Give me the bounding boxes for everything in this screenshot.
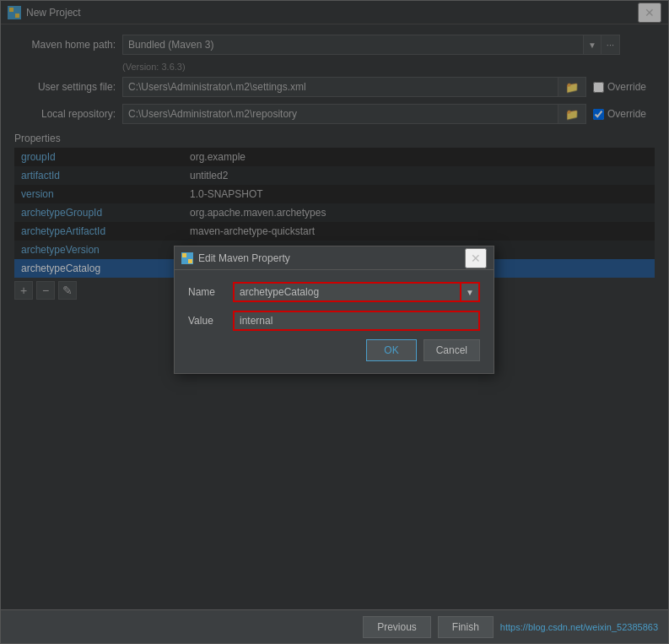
modal-icon bbox=[181, 252, 193, 264]
svg-rect-5 bbox=[188, 253, 192, 257]
svg-rect-6 bbox=[182, 259, 186, 263]
modal-overlay: Edit Maven Property ✕ Name ▼ Value bbox=[1, 1, 668, 643]
previous-button[interactable]: Previous bbox=[363, 616, 431, 638]
main-window: New Project ✕ Maven home path: ▼ ··· (Ve… bbox=[0, 0, 669, 644]
modal-name-input[interactable] bbox=[233, 282, 461, 302]
modal-name-label: Name bbox=[188, 286, 226, 298]
modal-name-row: Name ▼ bbox=[188, 282, 480, 302]
modal-ok-button[interactable]: OK bbox=[366, 339, 416, 361]
url-text: https://blog.csdn.net/weixin_52385863 bbox=[500, 622, 658, 632]
modal-title-left: Edit Maven Property bbox=[181, 252, 290, 264]
modal-value-input[interactable] bbox=[233, 311, 480, 331]
svg-rect-7 bbox=[188, 259, 192, 263]
modal-content: Name ▼ Value OK Cancel bbox=[175, 270, 494, 373]
bottom-nav: Previous Finish https://blog.csdn.net/we… bbox=[1, 609, 668, 643]
modal-close-button[interactable]: ✕ bbox=[465, 248, 487, 268]
modal-cancel-button[interactable]: Cancel bbox=[424, 339, 480, 361]
svg-rect-4 bbox=[182, 253, 186, 257]
modal-value-label: Value bbox=[188, 315, 226, 327]
modal-name-dropdown-btn[interactable]: ▼ bbox=[461, 282, 480, 302]
modal-name-wrapper: ▼ bbox=[233, 282, 480, 302]
modal-value-row: Value bbox=[188, 311, 480, 331]
modal-buttons: OK Cancel bbox=[188, 339, 480, 361]
finish-button[interactable]: Finish bbox=[438, 616, 494, 638]
modal-title: Edit Maven Property bbox=[198, 252, 290, 264]
modal-dialog: Edit Maven Property ✕ Name ▼ Value bbox=[174, 246, 494, 374]
modal-title-bar: Edit Maven Property ✕ bbox=[175, 246, 494, 270]
